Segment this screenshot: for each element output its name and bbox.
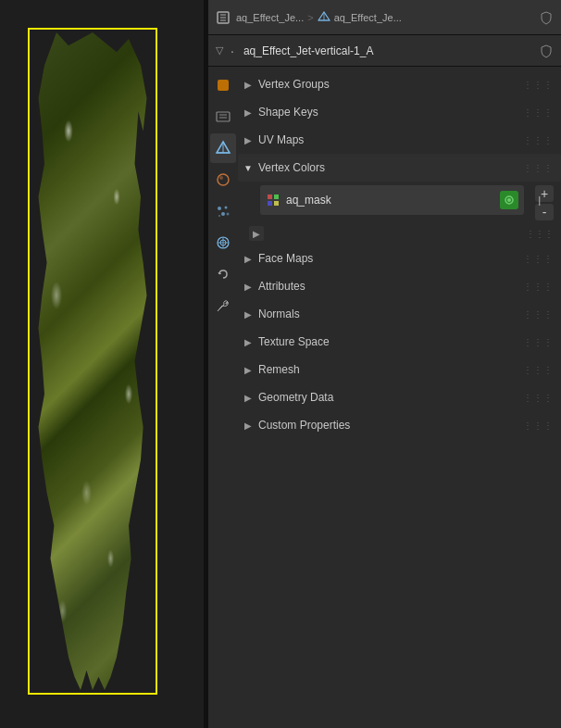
sidebar-item-object[interactable] xyxy=(210,70,236,100)
geometry-data-dots: ⋮⋮⋮ xyxy=(523,393,554,403)
svg-point-19 xyxy=(227,213,230,216)
vertex-groups-dots: ⋮⋮⋮ xyxy=(523,80,554,90)
geometry-data-expand-icon: ▶ xyxy=(242,391,255,404)
face-maps-expand-icon: ▶ xyxy=(242,252,255,265)
aq-mask-row[interactable]: aq_mask | xyxy=(260,185,524,215)
side-icon-column xyxy=(208,67,238,728)
breadcrumb: aq_Effect_Je... > aq_Effect_Je... xyxy=(236,11,533,24)
add-remove-buttons: + - xyxy=(535,183,557,220)
object-dot-icon: · xyxy=(231,44,234,58)
sidebar-item-particles[interactable] xyxy=(210,196,236,226)
breadcrumb-bar: aq_Effect_Je... > aq_Effect_Je... xyxy=(208,0,561,35)
vertex-groups-label: Vertex Groups xyxy=(258,78,523,91)
custom-properties-row[interactable]: ▶ Custom Properties ⋮⋮⋮ xyxy=(238,411,561,439)
remesh-expand-icon: ▶ xyxy=(242,363,255,376)
shape-keys-expand-icon: ▶ xyxy=(242,106,255,119)
uv-maps-dots: ⋮⋮⋮ xyxy=(523,135,554,145)
normals-row[interactable]: ▶ Normals ⋮⋮⋮ xyxy=(238,300,561,328)
breadcrumb-item-2[interactable]: aq_Effect_Je... xyxy=(334,12,402,23)
face-maps-row[interactable]: ▶ Face Maps ⋮⋮⋮ xyxy=(238,245,561,272)
header-right-icon xyxy=(539,10,554,25)
face-maps-dots: ⋮⋮⋮ xyxy=(523,254,554,264)
svg-point-30 xyxy=(507,198,511,202)
sidebar-item-physics[interactable] xyxy=(210,228,236,257)
custom-properties-dots: ⋮⋮⋮ xyxy=(523,420,554,431)
uv-maps-expand-icon: ▶ xyxy=(242,133,255,146)
svg-rect-8 xyxy=(217,112,230,121)
breadcrumb-separator: > xyxy=(307,12,313,23)
texture-space-row[interactable]: ▶ Texture Space ⋮⋮⋮ xyxy=(238,328,561,356)
attributes-row[interactable]: ▶ Attributes ⋮⋮⋮ xyxy=(238,272,561,300)
mini-expand-button[interactable]: ▶ xyxy=(249,226,264,241)
attributes-label: Attributes xyxy=(258,280,523,293)
vertex-colors-expand-icon: ▼ xyxy=(242,161,255,174)
vertex-groups-row[interactable]: ▶ Vertex Groups ⋮⋮⋮ xyxy=(238,70,561,98)
attributes-dots: ⋮⋮⋮ xyxy=(523,282,554,292)
sidebar-item-modifier[interactable] xyxy=(210,102,236,132)
viewport-image xyxy=(0,0,204,728)
sidebar-item-object-props[interactable] xyxy=(210,291,236,320)
normals-expand-icon: ▶ xyxy=(242,308,255,320)
attributes-expand-icon: ▶ xyxy=(242,280,255,293)
viewport-panel xyxy=(0,0,204,728)
svg-rect-7 xyxy=(218,80,229,91)
mini-expand-row: ▶ ⋮⋮⋮ xyxy=(238,222,561,245)
shape-keys-row[interactable]: ▶ Shape Keys ⋮⋮⋮ xyxy=(238,98,561,126)
properties-content: ▶ Vertex Groups ⋮⋮⋮ ▶ Shape Keys ⋮⋮⋮ ▶ U… xyxy=(208,67,561,728)
aq-mask-name-label: aq_mask xyxy=(286,194,494,207)
geometry-data-label: Geometry Data xyxy=(258,391,523,404)
vertex-colors-label: Vertex Colors xyxy=(258,161,523,174)
normals-dots: ⋮⋮⋮ xyxy=(523,309,554,320)
vertex-color-items-container: aq_mask | + - xyxy=(238,182,561,222)
breadcrumb-item-1[interactable]: aq_Effect_Je... xyxy=(236,12,304,23)
add-vertex-color-button[interactable]: + xyxy=(535,185,554,202)
sidebar-item-constraints[interactable] xyxy=(210,259,236,289)
sidebar-item-object-data[interactable] xyxy=(210,133,236,163)
remesh-row[interactable]: ▶ Remesh ⋮⋮⋮ xyxy=(238,356,561,383)
object-name-row[interactable]: ▽ · aq_Effect_Jet-vertical-1_A xyxy=(208,35,561,67)
texture-space-dots: ⋮⋮⋮ xyxy=(523,337,554,347)
svg-rect-25 xyxy=(268,195,272,199)
object-expand-icon: ▽ xyxy=(216,44,223,56)
svg-point-14 xyxy=(218,174,229,185)
svg-rect-26 xyxy=(274,195,279,199)
svg-rect-28 xyxy=(274,201,279,206)
svg-point-20 xyxy=(218,215,220,217)
custom-properties-expand-icon: ▶ xyxy=(242,419,255,432)
svg-rect-27 xyxy=(268,201,272,206)
properties-icon xyxy=(216,10,231,25)
vertex-colors-row[interactable]: ▼ Vertex Colors ⋮⋮⋮ xyxy=(238,154,561,182)
vertex-groups-expand-icon: ▶ xyxy=(242,78,255,91)
remesh-dots: ⋮⋮⋮ xyxy=(523,365,554,375)
vertex-colors-dots: ⋮⋮⋮ xyxy=(523,163,554,173)
texture-space-expand-icon: ▶ xyxy=(242,335,255,348)
remesh-label: Remesh xyxy=(258,363,523,376)
shape-keys-dots: ⋮⋮⋮ xyxy=(523,107,554,118)
aq-mask-render-button[interactable] xyxy=(500,191,518,209)
properties-panel: aq_Effect_Je... > aq_Effect_Je... ▽ · aq… xyxy=(208,0,561,728)
geometry-data-row[interactable]: ▶ Geometry Data ⋮⋮⋮ xyxy=(238,383,561,411)
shape-keys-label: Shape Keys xyxy=(258,106,523,119)
color-attr-icon xyxy=(266,193,280,207)
object-name-label: aq_Effect_Jet-vertical-1_A xyxy=(243,44,374,57)
custom-properties-label: Custom Properties xyxy=(258,419,523,432)
face-maps-label: Face Maps xyxy=(258,252,523,265)
svg-point-15 xyxy=(219,176,223,180)
uv-maps-row[interactable]: ▶ UV Maps ⋮⋮⋮ xyxy=(238,126,561,154)
properties-list: ▶ Vertex Groups ⋮⋮⋮ ▶ Shape Keys ⋮⋮⋮ ▶ U… xyxy=(238,67,561,728)
normals-label: Normals xyxy=(258,308,523,320)
object-shield-icon xyxy=(539,44,554,58)
texture-space-label: Texture Space xyxy=(258,335,523,348)
mesh-icon xyxy=(318,11,330,24)
svg-point-16 xyxy=(218,207,221,210)
mini-row-dots: ⋮⋮⋮ xyxy=(526,229,554,239)
sidebar-item-material[interactable] xyxy=(210,165,236,195)
remove-vertex-color-button[interactable]: - xyxy=(535,204,554,220)
svg-point-17 xyxy=(225,207,228,209)
uv-maps-label: UV Maps xyxy=(258,133,523,146)
svg-point-18 xyxy=(221,212,225,216)
